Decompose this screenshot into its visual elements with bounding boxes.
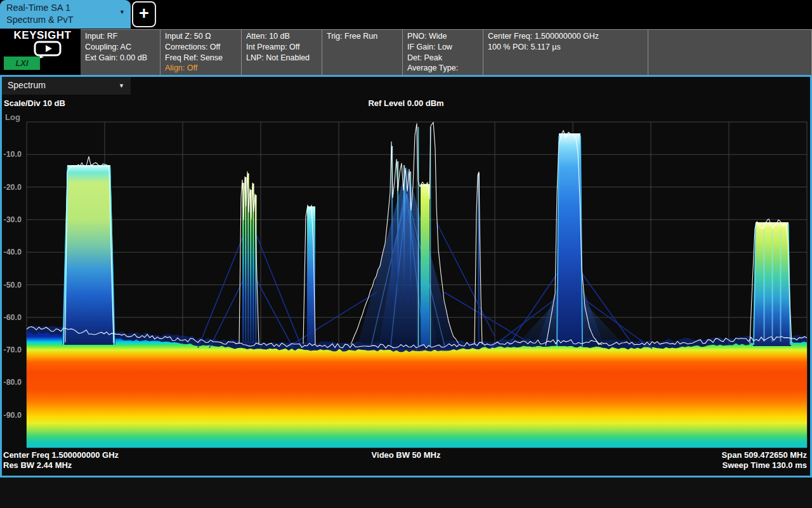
y-axis-label: -70.0 bbox=[4, 345, 22, 354]
spectrum-canvas[interactable] bbox=[0, 0, 812, 508]
sweep-time-annotation[interactable]: Sweep Time 130.0 ms bbox=[723, 460, 807, 470]
app-window: Real-Time SA 1 Spectrum & PvT ▼ + KEYSIG… bbox=[0, 0, 812, 508]
video-bw-annotation[interactable]: Video BW 50 MHz bbox=[0, 450, 812, 460]
y-axis-label: -50.0 bbox=[4, 281, 22, 290]
y-axis-label: -20.0 bbox=[4, 183, 22, 192]
chevron-down-icon: ▼ bbox=[119, 83, 124, 89]
y-axis-label: -10.0 bbox=[4, 150, 22, 159]
y-axis-label: -40.0 bbox=[4, 248, 22, 257]
y-axis-label: -80.0 bbox=[4, 378, 22, 387]
y-axis-labels: -10.0-20.0-30.0-40.0-50.0-60.0-70.0-80.0… bbox=[0, 0, 24, 483]
y-axis-label: -90.0 bbox=[4, 411, 22, 420]
span-annotation[interactable]: Span 509.472650 MHz bbox=[722, 450, 807, 460]
y-axis-label: -60.0 bbox=[4, 313, 22, 322]
y-axis-label: -30.0 bbox=[4, 215, 22, 224]
ref-level-annotation[interactable]: Ref Level 0.00 dBm bbox=[0, 98, 812, 108]
res-bw-annotation[interactable]: Res BW 2.44 MHz bbox=[3, 460, 72, 470]
